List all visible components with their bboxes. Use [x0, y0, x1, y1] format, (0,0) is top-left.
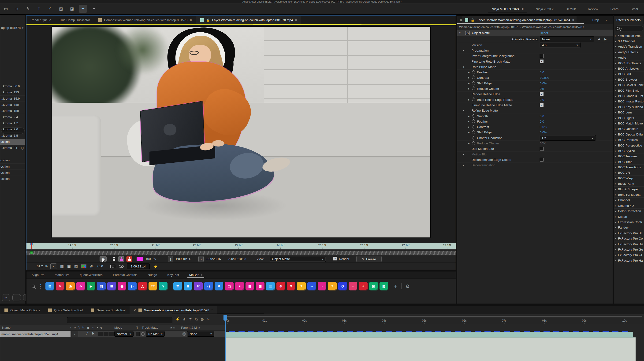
timeline-playhead[interactable]	[225, 316, 226, 361]
expand-arrow-icon[interactable]: ▸	[615, 67, 616, 70]
expand-arrow-icon[interactable]: ▸	[615, 199, 616, 201]
property-dropdown[interactable]: Off∨	[540, 135, 596, 141]
property-value[interactable]: 50%	[540, 142, 546, 145]
column-switch-icon[interactable]: ✳	[74, 326, 76, 329]
mobar-icon[interactable]: {}	[128, 282, 136, 290]
drag-handle-icon[interactable]	[40, 284, 41, 288]
expand-arrow-icon[interactable]: ▸	[615, 106, 616, 108]
property-checkbox[interactable]	[540, 54, 544, 58]
effects-category-row[interactable]: ▸ Andy's Effects	[614, 50, 644, 55]
expand-arrow-icon[interactable]: ▸	[615, 133, 616, 136]
video-frame[interactable]	[52, 27, 430, 238]
gear-icon[interactable]: ⚙	[406, 283, 410, 289]
expand-arrow-icon[interactable]: ▸	[615, 193, 616, 196]
in-timecode[interactable]: 1:09:18:14	[176, 257, 190, 261]
roto-span-bar[interactable]	[26, 250, 456, 255]
fx-toggle[interactable]: fx	[92, 332, 94, 335]
effect-controls-tab[interactable]: 🔒 Effect Controls Woman-relaxing-on-couc…	[462, 16, 576, 24]
matte-opacity[interactable]: 100	[146, 257, 151, 261]
stopwatch-icon[interactable]	[472, 142, 475, 145]
viewer-tab[interactable]: 🔒 Composition Woman-relaxing-on-couch-wi…	[94, 16, 196, 24]
exposure-icon[interactable]: ◎	[90, 264, 94, 269]
effects-category-row[interactable]: ▸ Fandev	[614, 225, 644, 230]
property-checkbox[interactable]	[540, 103, 544, 107]
expand-arrow-icon[interactable]: ▸	[615, 182, 616, 185]
search-icon[interactable]	[32, 285, 35, 288]
timeline-toggle-icon[interactable]: ⋔	[183, 317, 186, 321]
effects-category-row[interactable]: ▸ 3D Channel	[614, 39, 644, 44]
effect-property-row[interactable]: Render Refine Edge ∨	[457, 92, 612, 97]
effect-property-row[interactable]: Shift Edge 0.0% 0.0%∨	[457, 81, 612, 86]
properties-tab[interactable]: Prop	[592, 18, 599, 22]
viewer-tab[interactable]: 🔒 Render Queue ✕ ≡	[26, 16, 55, 24]
expand-arrow-icon[interactable]: ▸	[615, 237, 616, 240]
tool-icon[interactable]: ✎	[24, 5, 32, 13]
lock-icon[interactable]: 🔒	[471, 18, 474, 22]
expand-arrow-icon[interactable]: ▸	[615, 144, 616, 147]
mobar-icon[interactable]: +	[359, 282, 368, 290]
effects-category-row[interactable]: ▸ BCC Key & Blend	[614, 104, 644, 110]
mobar-icon[interactable]: ▧	[380, 282, 388, 290]
property-checkbox[interactable]	[540, 60, 544, 63]
expand-arrow-icon[interactable]: ▸	[615, 51, 616, 54]
effects-category-row[interactable]: ▸ BCC Lights	[614, 115, 644, 121]
property-value[interactable]: 80.0%	[540, 76, 549, 80]
effects-category-row[interactable]: ▸ FxFactory Pro Co	[614, 236, 644, 241]
tool-icon[interactable]: ▭	[2, 5, 10, 13]
tool-icon[interactable]: ◪	[68, 5, 76, 13]
project-item-row[interactable]: ...kroma 133	[0, 89, 25, 95]
mobar-icon[interactable]: Q	[338, 282, 347, 290]
expand-arrow-icon[interactable]: ▸	[615, 210, 616, 212]
project-item-row[interactable]: ...kroma 788	[0, 102, 25, 108]
matte-color-swatch[interactable]	[136, 257, 143, 261]
timeline-tab[interactable]: ✕ Object Matte Options ≡	[0, 306, 44, 314]
parent-dropdown[interactable]: None∨	[187, 331, 214, 337]
expand-arrow-icon[interactable]: ▸	[615, 259, 616, 262]
hamburger-icon[interactable]: ≡	[211, 308, 213, 312]
mobar-icon[interactable]: ▤	[97, 282, 106, 290]
column-switch-icon[interactable]: ◑	[96, 326, 98, 329]
hamburger-icon[interactable]: ≡	[522, 7, 524, 11]
animation-presets-dropdown[interactable]: None∨	[540, 36, 594, 42]
chevron-down-icon[interactable]: ∨	[620, 28, 622, 30]
mobar-icon[interactable]: ∨	[159, 282, 168, 290]
roto-matte-icon[interactable]	[118, 256, 124, 262]
stopwatch-icon[interactable]	[472, 87, 475, 90]
mobar-icon[interactable]: ⊙	[276, 282, 285, 290]
expand-arrow-icon[interactable]	[468, 76, 472, 79]
layer-name[interactable]: man-r...n-couch-with-laptop-881578.mp4	[0, 331, 70, 337]
project-item-row[interactable]: ...kroma 85.9	[0, 96, 25, 102]
mobar-icon[interactable]: ▶	[87, 282, 95, 290]
stopwatch-icon[interactable]	[472, 71, 475, 74]
stopwatch-icon[interactable]	[472, 136, 475, 140]
property-dropdown[interactable]: 4.0∨	[540, 42, 580, 48]
mobar-icon[interactable]: TT	[148, 282, 157, 290]
dock-tab[interactable]: queueWorkArea≡	[75, 271, 108, 278]
column-switch-icon[interactable]: ▣	[87, 326, 90, 329]
effects-category-row[interactable]: ▸ BCC VR	[614, 170, 644, 176]
transparency-grid-icon[interactable]: ▦	[60, 264, 64, 269]
expand-arrow-icon[interactable]	[468, 125, 472, 128]
project-item-row[interactable]: osition	[0, 176, 25, 182]
expand-arrow-icon[interactable]: ▸	[615, 89, 616, 92]
exposure-value[interactable]: +0.0	[97, 264, 103, 268]
timeline-tab[interactable]: ✕ Selection Brush Tool ≡	[87, 306, 130, 314]
out-timecode[interactable]: 1:09:28:16	[206, 257, 221, 261]
effects-category-row[interactable]: ▸ BCC Film Style	[614, 88, 644, 93]
expand-arrow-icon[interactable]: ▸	[615, 171, 616, 174]
expand-arrow-icon[interactable]	[468, 115, 472, 118]
workspace-tab[interactable]: Review≡	[582, 3, 604, 15]
viewer-content[interactable]	[26, 25, 456, 243]
expand-arrow-icon[interactable]: ▸	[615, 248, 616, 251]
dock-tab[interactable]: MoBar≡	[184, 271, 208, 278]
stopwatch-icon[interactable]	[472, 115, 475, 118]
column-switch-icon[interactable]: ⊕	[100, 326, 102, 329]
tool-icon[interactable]: +	[90, 5, 98, 13]
effects-category-row[interactable]: ▸ Boris FX Mocha	[614, 192, 644, 197]
expand-arrow-icon[interactable]: ▸	[615, 232, 616, 234]
effect-property-row[interactable]: Invert Foreground/Background ∨	[457, 54, 612, 59]
effect-property-row[interactable]: Motion Blur ∨	[457, 152, 612, 157]
project-item-row[interactable]: ...kroma 86.6	[0, 83, 25, 89]
t-column-header[interactable]: T	[136, 326, 138, 329]
project-item-row[interactable]: osition	[0, 164, 25, 170]
